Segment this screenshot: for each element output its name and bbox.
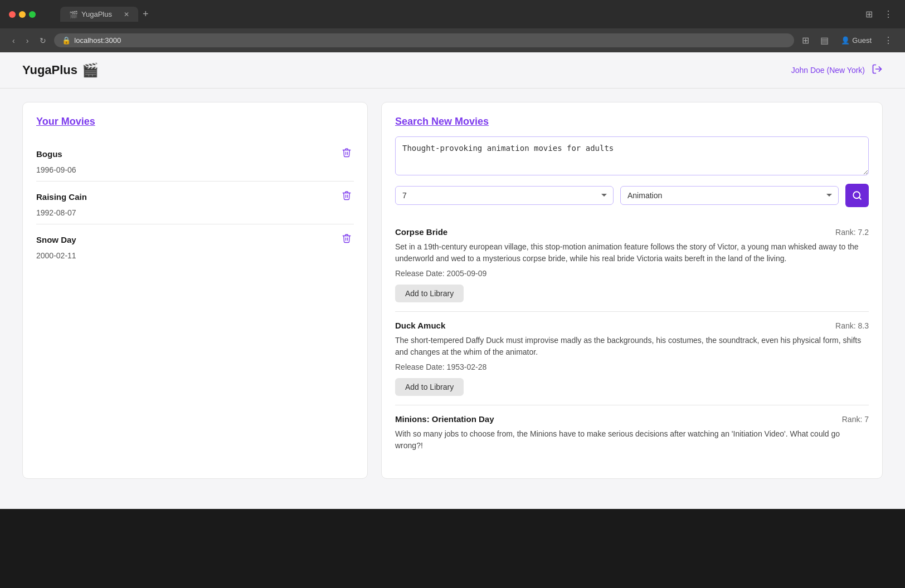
result-rank: Rank: 7.2: [835, 228, 869, 237]
result-title: Minions: Orientation Day: [395, 414, 494, 424]
delete-movie-button[interactable]: [339, 145, 354, 162]
browser-toolbar: ‹ › ↻ 🔒 localhost:3000 ⊞ ▤ 👤 Guest ⋮: [0, 28, 905, 52]
list-item: Raising Cain 1992-08-07: [36, 182, 354, 224]
lock-icon: 🔒: [62, 36, 71, 45]
traffic-lights: [9, 11, 36, 18]
browser-titlebar: 🎬 YugaPlus ✕ + ⊞ ⋮: [0, 0, 905, 28]
app-logo: YugaPlus 🎬: [22, 62, 99, 78]
result-rank: Rank: 8.3: [835, 321, 869, 330]
trash-icon: [342, 148, 352, 158]
result-description: The short-tempered Daffy Duck must impro…: [395, 335, 869, 358]
result-description: With so many jobs to choose from, the Mi…: [395, 428, 869, 452]
movie-date: 1996-09-06: [36, 165, 354, 174]
back-button[interactable]: ‹: [9, 34, 18, 47]
genre-select[interactable]: Animation Action Comedy Drama Horror Sci…: [620, 186, 839, 205]
result-release-date: Release Date: 2005-09-09: [395, 269, 869, 278]
movie-title: Bogus: [36, 149, 62, 159]
search-result-item: Minions: Orientation Day Rank: 7 With so…: [395, 405, 869, 465]
add-to-library-button[interactable]: Add to Library: [395, 378, 464, 396]
search-movies-panel: Search New Movies Thought-provoking anim…: [381, 102, 883, 479]
your-movies-title: Your Movies: [36, 116, 354, 128]
address-bar[interactable]: 🔒 localhost:3000: [54, 33, 794, 47]
delete-movie-button[interactable]: [339, 188, 354, 205]
search-result-item: Corpse Bride Rank: 7.2 Set in a 19th-cen…: [395, 218, 869, 312]
tab-close-button[interactable]: ✕: [124, 11, 129, 18]
result-rank: Rank: 7: [842, 415, 869, 424]
browser-tab[interactable]: 🎬 YugaPlus ✕: [60, 7, 138, 22]
add-to-library-button[interactable]: Add to Library: [395, 285, 464, 302]
movie-title: Raising Cain: [36, 192, 87, 202]
grid-view-button[interactable]: ⊞: [799, 33, 812, 48]
sidebar-button[interactable]: ▤: [817, 33, 832, 48]
app-window: YugaPlus 🎬 John Doe (New York) Your Movi…: [0, 52, 905, 509]
app-main: Your Movies Bogus 1996-09-06: [0, 89, 905, 492]
search-icon: [852, 190, 862, 200]
tab-title: YugaPlus: [81, 10, 112, 18]
app-logo-text: YugaPlus: [22, 63, 77, 77]
header-user-section: John Doe (New York): [791, 63, 883, 77]
maximize-window-button[interactable]: [29, 11, 36, 18]
new-tab-button[interactable]: +: [138, 8, 153, 20]
list-item: Snow Day 2000-02-11: [36, 224, 354, 267]
result-header: Minions: Orientation Day Rank: 7: [395, 414, 869, 424]
guest-profile-button[interactable]: 👤 Guest: [836, 34, 876, 47]
forward-button[interactable]: ›: [23, 34, 32, 47]
movie-title: Snow Day: [36, 235, 76, 244]
movie-date: 2000-02-11: [36, 251, 354, 260]
result-title: Corpse Bride: [395, 227, 447, 237]
tab-favicon: 🎬: [69, 11, 77, 18]
tab-bar: 🎬 YugaPlus ✕ +: [51, 7, 162, 22]
extensions-button[interactable]: ⊞: [862, 7, 876, 22]
movie-item-header: Bogus: [36, 145, 354, 162]
result-description: Set in a 19th-century european village, …: [395, 241, 869, 264]
user-name-label: John Doe (New York): [791, 66, 865, 75]
search-controls: 7 5 10 15 20 Animation Action Comedy Dra…: [395, 184, 869, 207]
trash-icon: [342, 190, 352, 200]
movie-item-header: Raising Cain: [36, 188, 354, 205]
trash-icon: [342, 233, 352, 243]
url-display: localhost:3000: [74, 36, 121, 45]
list-item: Bogus 1996-09-06: [36, 139, 354, 182]
toolbar-actions: ⊞ ▤ 👤 Guest ⋮: [799, 33, 896, 48]
search-textarea[interactable]: Thought-provoking animation movies for a…: [395, 136, 869, 175]
close-window-button[interactable]: [9, 11, 16, 18]
app-header: YugaPlus 🎬 John Doe (New York): [0, 52, 905, 89]
logout-button[interactable]: [872, 63, 883, 77]
movie-date: 1992-08-07: [36, 208, 354, 217]
svg-line-2: [859, 197, 860, 199]
movie-item-header: Snow Day: [36, 231, 354, 248]
profile-icon: 👤: [841, 36, 850, 45]
browser-chrome: 🎬 YugaPlus ✕ + ⊞ ⋮ ‹ › ↻ 🔒 localhost:300…: [0, 0, 905, 52]
browser-overflow-button[interactable]: ⋮: [880, 33, 896, 48]
minimize-window-button[interactable]: [19, 11, 26, 18]
browser-menu-button[interactable]: ⋮: [880, 7, 896, 22]
result-header: Corpse Bride Rank: 7.2: [395, 227, 869, 237]
result-header: Duck Amuck Rank: 8.3: [395, 321, 869, 330]
logout-icon: [872, 63, 883, 75]
search-result-item: Duck Amuck Rank: 8.3 The short-tempered …: [395, 312, 869, 405]
app-logo-icon: 🎬: [82, 62, 99, 78]
delete-movie-button[interactable]: [339, 231, 354, 248]
result-title: Duck Amuck: [395, 321, 445, 330]
refresh-button[interactable]: ↻: [36, 34, 50, 47]
your-movies-panel: Your Movies Bogus 1996-09-06: [22, 102, 368, 479]
result-release-date: Release Date: 1953-02-28: [395, 362, 869, 371]
guest-label: Guest: [852, 36, 872, 45]
search-panel-title: Search New Movies: [395, 116, 869, 128]
search-button[interactable]: [845, 184, 869, 207]
count-select[interactable]: 7 5 10 15 20: [395, 186, 614, 205]
